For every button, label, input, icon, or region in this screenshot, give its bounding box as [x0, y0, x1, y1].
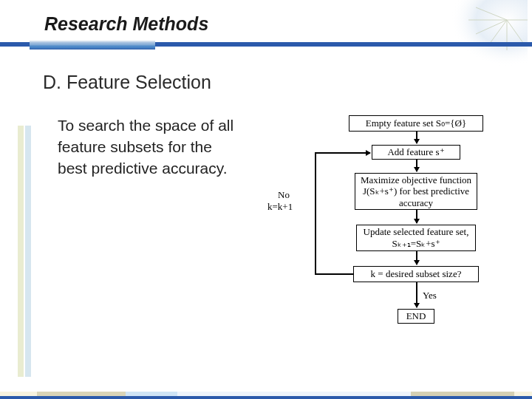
flow-box-decision: k = desired subset size? [353, 266, 479, 282]
flow-arrow [416, 251, 417, 265]
flow-arrow [416, 132, 417, 143]
flow-box-init: Empty feature set S₀={Ø} [349, 115, 483, 132]
flow-line [315, 152, 316, 274]
flow-label-no: No [278, 189, 290, 201]
page-title: Research Methods [44, 13, 532, 35]
header-rule [0, 42, 532, 52]
flow-line [315, 273, 353, 275]
flow-label-k: k=k+1 [267, 201, 293, 213]
flow-box-update: Update selected feature set, Sₖ₊₁=Sₖ+s⁺ [356, 225, 476, 251]
flow-arrow [416, 282, 417, 307]
flow-arrow [416, 160, 417, 171]
description-text: To search the space of all feature subse… [58, 115, 244, 180]
flow-box-add: Add feature s⁺ [372, 145, 460, 160]
flow-box-end: END [398, 309, 434, 324]
flow-arrow [416, 210, 417, 223]
flow-label-yes: Yes [423, 290, 437, 301]
decorative-bottom-rule [0, 396, 532, 399]
flow-arrow [315, 152, 370, 154]
section-heading: D. Feature Selection [43, 72, 532, 93]
flow-box-maximize: Maximize objective function J(Sₖ+s⁺) for… [355, 173, 477, 210]
decorative-left-stripes [18, 126, 34, 377]
flowchart: Empty feature set S₀={Ø} Add feature s⁺ … [254, 115, 516, 344]
